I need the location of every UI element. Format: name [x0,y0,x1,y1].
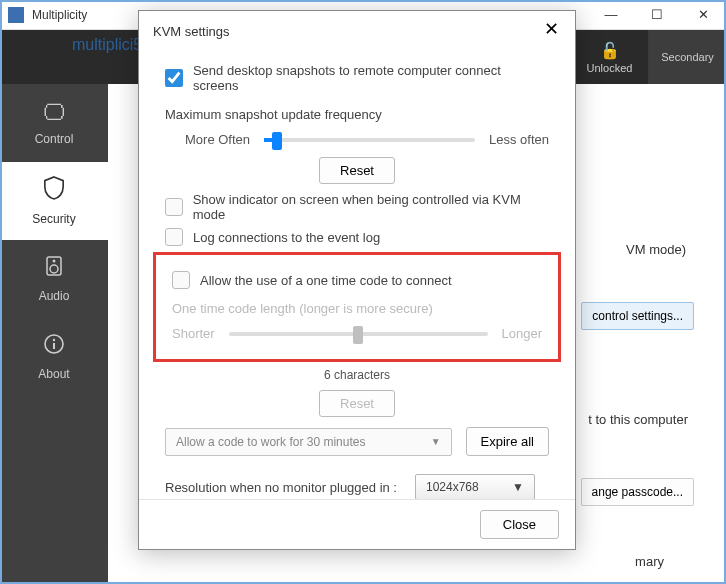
reset-frequency-button[interactable]: Reset [319,157,395,184]
unlocked-label: Unlocked [587,62,633,74]
control-settings-label: control settings... [592,309,683,323]
monitor-icon: 🖵 [43,100,65,126]
allow-one-time-checkbox[interactable] [172,271,190,289]
sidebar-item-control[interactable]: 🖵 Control [0,84,108,162]
frequency-slider[interactable] [264,138,475,142]
bg-mary-text: mary [635,554,664,569]
log-connections-label: Log connections to the event log [193,230,380,245]
code-duration-value: Allow a code to work for 30 minutes [176,435,365,449]
resolution-row: Resolution when no monitor plugged in : … [165,474,549,499]
one-time-length-label: One time code length (longer is more sec… [172,301,542,316]
dialog-body: Send desktop snapshots to remote compute… [139,51,575,499]
send-snapshots-checkbox[interactable] [165,69,183,87]
svg-point-4 [53,339,55,341]
dialog-footer: Close [139,499,575,549]
unlock-icon: 🔓 [600,41,620,60]
sidebar-item-label: Security [32,212,75,226]
control-settings-button[interactable]: control settings... [581,302,694,330]
reset-label: Reset [340,163,374,178]
log-connections-checkbox[interactable] [165,228,183,246]
sidebar-item-security[interactable]: Security [0,162,108,240]
bg-to-this-computer: t to this computer [588,412,688,427]
characters-label: 6 characters [165,368,549,382]
dialog-header: KVM settings ✕ [139,11,575,51]
svg-point-1 [50,265,58,273]
one-time-code-highlight: Allow the use of a one time code to conn… [153,252,561,362]
sidebar-item-label: Audio [39,289,70,303]
secondary-tile[interactable]: Secondary [648,30,726,84]
bg-kvm-mode-text: VM mode) [626,242,686,257]
resolution-select[interactable]: 1024x768 ▼ [415,474,535,499]
dialog-close-footer-button[interactable]: Close [480,510,559,539]
frequency-slider-row: More Often Less often [165,132,549,147]
length-slider[interactable] [229,332,488,336]
shorter-label: Shorter [172,326,215,341]
sidebar: 🖵 Control Security Audio About [0,84,108,582]
slider-thumb[interactable] [272,132,282,150]
sidebar-item-audio[interactable]: Audio [0,240,108,318]
sidebar-item-label: About [38,367,69,381]
less-often-label: Less often [489,132,549,147]
unlocked-tile[interactable]: 🔓 Unlocked [570,30,648,84]
app-icon [8,7,24,23]
change-passcode-label: ange passcode... [592,485,683,499]
dialog-close-button[interactable]: ✕ [541,21,561,41]
log-connections-row: Log connections to the event log [165,228,549,246]
reset-length-button[interactable]: Reset [319,390,395,417]
allow-one-time-label: Allow the use of a one time code to conn… [200,273,452,288]
info-icon [43,333,65,361]
code-duration-select[interactable]: Allow a code to work for 30 minutes ▼ [165,428,452,456]
kvm-settings-dialog: KVM settings ✕ Send desktop snapshots to… [138,10,576,550]
resolution-label: Resolution when no monitor plugged in : [165,480,397,495]
secondary-label: Secondary [661,51,714,63]
max-frequency-label: Maximum snapshot update frequency [165,107,549,122]
minimize-button[interactable]: — [588,0,634,30]
show-indicator-checkbox[interactable] [165,198,183,216]
expire-all-label: Expire all [481,434,534,449]
expire-all-button[interactable]: Expire all [466,427,549,456]
close-label: Close [503,517,536,532]
chevron-down-icon: ▼ [431,436,441,447]
speaker-icon [44,255,64,283]
send-snapshots-row: Send desktop snapshots to remote compute… [165,63,549,93]
chevron-down-icon: ▼ [512,480,524,494]
svg-point-2 [53,260,56,263]
dialog-title: KVM settings [153,24,541,39]
code-duration-row: Allow a code to work for 30 minutes ▼ Ex… [165,427,549,456]
maximize-button[interactable]: ☐ [634,0,680,30]
length-slider-thumb[interactable] [353,326,363,344]
sidebar-item-label: Control [35,132,74,146]
longer-label: Longer [502,326,542,341]
show-indicator-label: Show indicator on screen when being cont… [193,192,549,222]
sidebar-item-about[interactable]: About [0,318,108,396]
change-passcode-button[interactable]: ange passcode... [581,478,694,506]
send-snapshots-label: Send desktop snapshots to remote compute… [193,63,549,93]
svg-rect-5 [53,343,55,349]
reset2-label: Reset [340,396,374,411]
resolution-value: 1024x768 [426,480,479,494]
show-indicator-row: Show indicator on screen when being cont… [165,192,549,222]
close-window-button[interactable]: ✕ [680,0,726,30]
length-slider-row: Shorter Longer [172,326,542,341]
shield-icon [43,176,65,206]
more-often-label: More Often [185,132,250,147]
allow-one-time-row: Allow the use of a one time code to conn… [172,271,542,289]
